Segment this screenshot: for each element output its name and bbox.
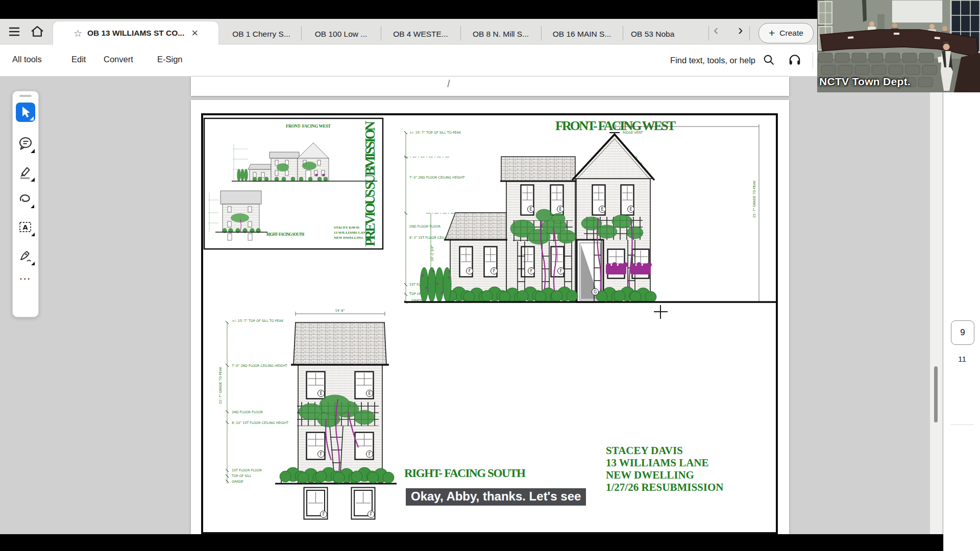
tool-draw[interactable]	[16, 190, 35, 210]
dim-label: 25'-7" GRADE TO PEAK	[218, 366, 223, 404]
create-button[interactable]: + Create	[758, 23, 814, 43]
previous-submission-box: FRONT- FACING WEST	[204, 118, 383, 249]
toolbar-divider	[749, 26, 750, 40]
menu-all-tools[interactable]: All tools	[12, 55, 42, 64]
read-aloud-button[interactable]	[788, 53, 802, 67]
mini-south-title: RIGHT- FACING SOUTH	[266, 232, 304, 237]
pdf-page-previous	[191, 77, 789, 96]
tool-select[interactable]	[16, 103, 35, 122]
home-button[interactable]	[30, 24, 45, 39]
svg-text:E: E	[629, 207, 632, 212]
document-area: FRONT- FACING WEST	[0, 77, 943, 534]
tab-scroll-right-button[interactable]: ›	[738, 22, 743, 38]
south-elevation-title: RIGHT- FACING SOUTH	[404, 467, 526, 480]
video-caption: NCTV Town Dept.	[819, 76, 911, 88]
scrollbar-track[interactable]	[930, 77, 942, 534]
dim-label: 14'-2 1/4"	[430, 245, 434, 261]
svg-text:F: F	[493, 269, 496, 273]
svg-text:F: F	[323, 512, 325, 517]
svg-text:F: F	[320, 452, 323, 457]
dim-label: 14'-8"	[335, 309, 345, 313]
tab-separator	[301, 26, 302, 40]
info-line: NEW DWELLING	[606, 469, 694, 481]
tab-item[interactable]: OB 16 MAIN S...	[542, 23, 622, 45]
page-mark	[447, 80, 450, 87]
dim-label: 1ST FLOOR FLOOR	[232, 468, 262, 472]
menu-esign[interactable]: E-Sign	[157, 55, 183, 64]
crosshair-cursor	[660, 305, 661, 319]
add-text-icon: A	[16, 218, 35, 237]
mini-front-title: FRONT- FACING WEST	[286, 123, 331, 129]
select-cursor-icon	[16, 103, 35, 122]
tab-label: OB 16 MAIN S...	[553, 30, 611, 39]
hamburger-menu-button[interactable]	[7, 25, 21, 38]
headphones-icon	[788, 53, 802, 67]
tab-active[interactable]: ☆ OB 13 WILLIAMS ST CO... ×	[53, 21, 218, 45]
tab-item[interactable]: OB 4 WESTE...	[382, 23, 459, 45]
svg-text:E: E	[320, 391, 322, 396]
tab-label: OB 8 N. Mill S...	[473, 30, 529, 39]
tool-highlight[interactable]	[16, 163, 35, 182]
window-bottom-strip	[0, 534, 943, 551]
tab-item[interactable]: OB 1 Cherry S...	[223, 23, 300, 45]
create-label: Create	[779, 29, 803, 38]
tab-item[interactable]: OB 100 Low ...	[302, 23, 380, 45]
sidebar-divider	[950, 424, 974, 425]
page-number-input[interactable]: 9	[951, 320, 974, 345]
home-icon	[30, 24, 45, 39]
tab-item[interactable]: OB 53 Noba	[624, 23, 707, 45]
tab-label: OB 53 Noba	[631, 30, 674, 39]
menu-edit[interactable]: Edit	[71, 55, 86, 64]
info-line: 1/27/26 RESUBMISSION	[606, 481, 723, 493]
svg-text:F: F	[370, 512, 373, 517]
highlighter-icon	[16, 163, 35, 182]
svg-text:A: A	[22, 223, 28, 231]
app-root: { "browser": { "tabs": { "active": "OB 1…	[0, 0, 980, 551]
menu-convert[interactable]: Convert	[104, 55, 133, 64]
dim-label: 2ND FLOOR FLOOR	[409, 224, 440, 229]
dim-label: GRADE	[232, 480, 243, 484]
tab-label: OB 100 Low ...	[315, 30, 368, 39]
tab-close-icon[interactable]: ×	[191, 27, 198, 40]
find-bar[interactable]: Find text, tools, or help	[648, 52, 776, 68]
svg-text:E: E	[601, 207, 603, 212]
info-line: 13 WILLIAMS LANE	[606, 457, 709, 469]
quick-tools-panel: A ···	[12, 91, 39, 317]
comment-icon	[16, 134, 35, 154]
tab-separator	[541, 26, 542, 40]
svg-text:F: F	[560, 269, 562, 273]
tab-separator	[708, 26, 709, 40]
tool-comment[interactable]	[16, 134, 35, 154]
scrollbar-thumb[interactable]	[934, 366, 938, 422]
svg-text:G: G	[594, 290, 597, 294]
dim-label: 2ND FLOOR FLOOR	[232, 410, 263, 414]
tool-more[interactable]: ···	[16, 274, 35, 288]
tool-add-text[interactable]: A	[16, 218, 35, 237]
page-number-value: 9	[960, 328, 965, 338]
tab-item[interactable]: OB 8 N. Mill S...	[461, 23, 540, 45]
toolbar-drag-handle[interactable]	[19, 95, 32, 97]
info-line: STACEY DAVIS	[606, 444, 683, 457]
mini-info-line: NEW DWELLING	[334, 236, 363, 240]
subtitle-caption: Okay, Abby, thanks. Let's see	[406, 488, 586, 506]
tab-label: OB 4 WESTE...	[393, 30, 448, 39]
dim-label: +/- 25'-7" TOP OF SILL TO PEAK	[409, 131, 461, 135]
search-icon[interactable]	[763, 54, 776, 67]
plus-icon: +	[769, 27, 775, 39]
mini-info-line: STACEY DAVIS	[334, 226, 359, 230]
dim-label: 7'-0" 2ND FLOOR CEILING HEIGHT	[232, 364, 287, 368]
svg-text:E: E	[559, 207, 561, 212]
right-sidebar: 9 11 1:1	[943, 77, 980, 551]
tool-fill-sign[interactable]	[16, 246, 35, 266]
dim-label: 17'-6"	[619, 121, 628, 126]
star-icon[interactable]: ☆	[74, 28, 82, 39]
svg-text:E: E	[368, 391, 371, 396]
pdf-page-current[interactable]: FRONT- FACING WEST	[191, 100, 789, 534]
tab-scroll-left-button[interactable]: ‹	[714, 22, 718, 38]
svg-text:F: F	[369, 452, 371, 457]
tab-separator	[623, 26, 623, 40]
tab-separator	[381, 26, 381, 40]
dim-label: +/- 25'-7" TOP OF SILL TO PEAK	[232, 319, 284, 323]
toolbar-divider	[813, 52, 813, 68]
dim-label: 8'-10" 1ST FLOOR CEILING HEIGHT	[232, 421, 288, 425]
